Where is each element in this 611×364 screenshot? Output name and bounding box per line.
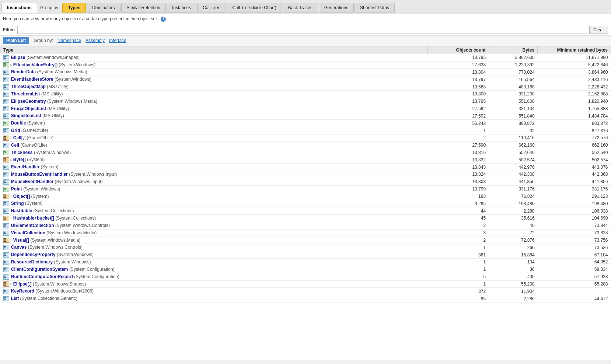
- tab-call-tree-icicle[interactable]: Call Tree (Icicle Chart): [227, 3, 282, 13]
- cell-bytes: 442,368: [489, 171, 538, 178]
- cell-bytes: 76,824: [489, 193, 538, 200]
- table-row[interactable]: []4 Visual[] (System.Windows.Media) 2 72…: [0, 237, 611, 244]
- table-row[interactable]: []4 Object[] (System) 193 76,824 291,123: [0, 193, 611, 200]
- table-row[interactable]: C EventHandlersStore (System.Windows) 13…: [0, 76, 611, 83]
- cell-bytes: 489,168: [489, 83, 538, 91]
- table-row[interactable]: []4 Ellipse[,] (System.Windows.Shapes) 1…: [0, 280, 611, 288]
- table-row[interactable]: C Canvas (System.Windows.Controls) 1 260…: [0, 244, 611, 251]
- table-row[interactable]: S4 EffectiveValueEntry[] (System.Windows…: [0, 61, 611, 69]
- group-by-assembly[interactable]: Assembly: [85, 38, 105, 43]
- sub-icon: 4: [10, 136, 12, 140]
- table-row[interactable]: S Thickness (System.Windows) 13,816 552,…: [0, 149, 611, 156]
- type-ns: (System.Windows.Media): [46, 230, 97, 235]
- table-row[interactable]: C EventHandler (System) 13,843 442,976 4…: [0, 164, 611, 171]
- cell-type: C FrugalObjectList (MS.Utility): [0, 105, 428, 112]
- type-name: MouseEventHandler: [11, 179, 53, 184]
- tab-inspections[interactable]: Inspections: [1, 3, 37, 13]
- cell-bytes: 15,884: [489, 251, 538, 259]
- table-row[interactable]: S Double (System) 55,242 883,872 883,872: [0, 120, 611, 127]
- cell-bytes: 2,288: [489, 207, 538, 215]
- groupby-label: Group by:: [38, 3, 62, 12]
- info-bar: Here you can view how many objects of a …: [0, 14, 611, 24]
- cell-bytes: 441,856: [489, 178, 538, 185]
- cell-type: []4 Visual[] (System.Windows.Media): [0, 237, 428, 244]
- type-icon: C: [3, 245, 9, 250]
- sub-icon: 4: [10, 238, 12, 242]
- type-icon: []: [3, 281, 9, 287]
- type-name: List (System.Collections.Generic): [11, 296, 77, 301]
- tab-dominators[interactable]: Dominators: [87, 3, 120, 13]
- type-name: ResourceDictionary: [11, 259, 53, 265]
- filter-label: Filter:: [3, 27, 15, 32]
- cell-objects-count: 3: [427, 229, 489, 237]
- table-row[interactable]: []4 Cell[,] (GameOfLife) 2 110,416 772,5…: [0, 134, 611, 141]
- cell-min-retained: 2,433,116: [538, 76, 611, 83]
- table-row[interactable]: C ThreeItemList (MS.Utility) 13,800 331,…: [0, 90, 611, 98]
- type-name: FrugalObjectList: [11, 106, 46, 111]
- cell-type: S Thickness (System.Windows): [0, 149, 428, 156]
- table-row[interactable]: C ClientConfigurationSystem (System.Conf…: [0, 266, 611, 273]
- table-row[interactable]: C ResourceDictionary (System.Windows) 1 …: [0, 259, 611, 266]
- tab-back-traces[interactable]: Back Traces: [283, 3, 318, 13]
- group-by-interface[interactable]: Interface: [109, 38, 126, 43]
- cell-bytes: 198,480: [489, 200, 538, 207]
- type-icon: C: [3, 260, 9, 265]
- tab-shortest-paths[interactable]: Shortest Paths: [355, 3, 395, 13]
- table-row[interactable]: []4 Byte[] (System) 13,832 502,574 502,5…: [0, 156, 611, 164]
- type-name: Hashtable+bucket[]: [13, 216, 54, 221]
- cell-min-retained: 73,536: [538, 244, 611, 251]
- cell-bytes: 1,220,392: [489, 61, 538, 69]
- table-row[interactable]: C RenderData (System.Windows.Media) 13,8…: [0, 69, 611, 76]
- table-row[interactable]: C MouseEventHandler (System.Windows.Inpu…: [0, 178, 611, 185]
- table-row[interactable]: C UIElementCollection (System.Windows.Co…: [0, 222, 611, 229]
- type-icon: C: [3, 77, 9, 82]
- table-header-row: Type Objects count Bytes Minimum retaine…: [0, 46, 611, 54]
- type-icon: C: [3, 70, 9, 75]
- table-row[interactable]: C KeyRecord (System.Windows.Baml2006) 37…: [0, 288, 611, 295]
- type-name: String: [11, 201, 24, 206]
- type-name: Byte[]: [13, 157, 26, 162]
- table-row[interactable]: C ThreeObjectMap (MS.Utility) 13,588 489…: [0, 83, 611, 91]
- cell-type: S Double (System): [0, 120, 428, 127]
- table-row[interactable]: C Cell (GameOfLife) 27,590 662,160 662,1…: [0, 141, 611, 149]
- group-by-namespace[interactable]: Namespace: [57, 38, 81, 43]
- table-row[interactable]: C DependencyProperty (System.Windows) 36…: [0, 251, 611, 259]
- tab-call-tree[interactable]: Call Tree: [197, 3, 226, 13]
- list-controls: Plain List Group by: Namespace Assembly …: [0, 36, 611, 46]
- plain-list-button[interactable]: Plain List: [3, 37, 29, 44]
- table-row[interactable]: C RuntimeConfigurationRecord (System.Con…: [0, 273, 611, 280]
- type-name: DependencyProperty: [11, 252, 56, 257]
- type-name: UIElementCollection: [11, 223, 54, 228]
- type-ns: (System.Collections): [34, 208, 74, 213]
- table-container[interactable]: Type Objects count Bytes Minimum retaine…: [0, 46, 611, 360]
- cell-objects-count: 13,824: [427, 171, 489, 178]
- cell-min-retained: [538, 288, 611, 295]
- table-row[interactable]: C Hashtable (System.Collections) 44 2,28…: [0, 207, 611, 215]
- table-row[interactable]: C List (System.Collections.Generic) 95 2…: [0, 295, 611, 302]
- type-ns: (System.Windows.Shapes): [27, 55, 80, 60]
- filter-input[interactable]: [17, 26, 587, 34]
- clear-button[interactable]: Clear: [589, 26, 608, 34]
- table-row[interactable]: []4 Hashtable+bucket[] (System.Collectio…: [0, 215, 611, 222]
- tab-generations[interactable]: Generations: [319, 3, 354, 13]
- type-name: EventHandlersStore: [11, 77, 53, 82]
- table-row[interactable]: C Grid (GameOfLife) 1 32 827,816: [0, 127, 611, 134]
- type-ns: (System.Windows): [34, 150, 71, 155]
- table-row[interactable]: C SingleItemList (MS.Utility) 27,592 551…: [0, 112, 611, 120]
- table-row[interactable]: C Ellipse (System.Windows.Shapes) 13,795…: [0, 54, 611, 61]
- table-row[interactable]: C FrugalObjectList (MS.Utility) 27,592 3…: [0, 105, 611, 112]
- table-row[interactable]: C EllipseGeometry (System.Windows.Media)…: [0, 98, 611, 105]
- cell-bytes: 551,840: [489, 112, 538, 120]
- table-row[interactable]: C MouseButtonEventHandler (System.Window…: [0, 171, 611, 178]
- type-name: ClientConfigurationSystem: [11, 267, 68, 272]
- type-name: SingleItemList: [11, 113, 41, 118]
- table-row[interactable]: C VisualCollection (System.Windows.Media…: [0, 229, 611, 237]
- tab-types[interactable]: Types: [62, 3, 86, 13]
- cell-bytes: 773,024: [489, 69, 538, 76]
- type-ns: (System.Collections): [55, 216, 96, 221]
- tab-similar-retention[interactable]: Similar Retention: [121, 3, 166, 13]
- cell-bytes: 502,574: [489, 156, 538, 164]
- table-row[interactable]: C String (System) 3,295 198,480 198,480: [0, 200, 611, 207]
- tab-instances[interactable]: Instances: [167, 3, 196, 13]
- table-row[interactable]: S Point (System.Windows) 13,799 331,176 …: [0, 185, 611, 193]
